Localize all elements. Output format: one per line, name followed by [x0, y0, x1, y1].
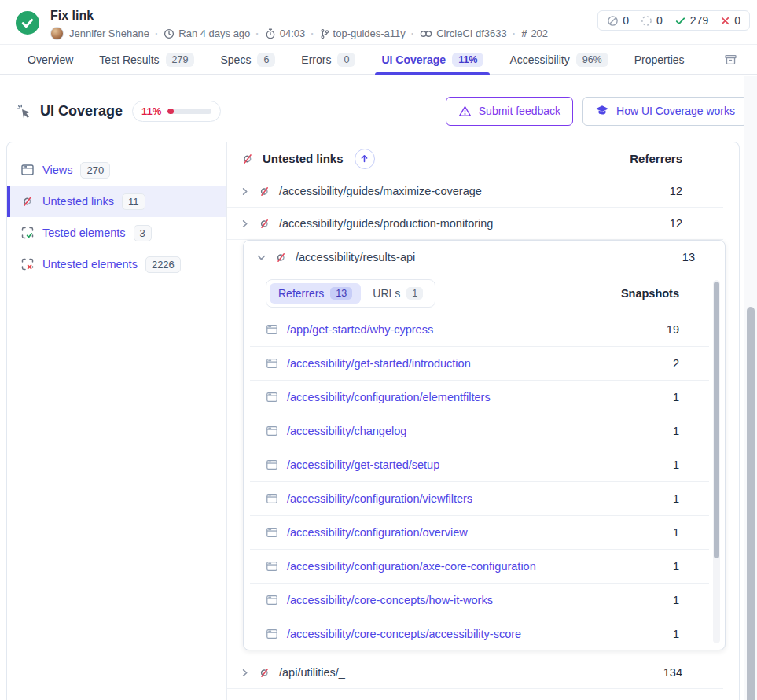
pending-count: 0	[641, 14, 663, 27]
warning-icon	[458, 105, 472, 118]
run-header: Fix link Jennifer Shehane · Ran 4 days a…	[0, 0, 757, 45]
how-ui-coverage-works-button[interactable]: How UI Coverage works	[582, 97, 748, 126]
tab-badge: 11%	[452, 53, 483, 67]
avatar	[50, 27, 64, 40]
list-header: Untested links Referrers	[227, 142, 723, 175]
failed-icon	[720, 16, 730, 26]
link-row[interactable]: /accessibility/guides/production-monitor…	[227, 208, 723, 240]
referrer-path: /accessibility/configuration/elementfilt…	[287, 391, 491, 403]
count-badge: 3	[134, 225, 152, 241]
referrer-row[interactable]: /accessibility/configuration/viewfilters…	[250, 482, 709, 516]
tab-overview[interactable]: Overview	[28, 45, 73, 74]
referrer-path: /accessibility/core-concepts/accessibili…	[287, 628, 521, 640]
snapshots-count: 1	[673, 594, 679, 606]
tab-test-results[interactable]: Test Results279	[99, 45, 194, 74]
stopwatch-icon	[265, 28, 276, 39]
hash-icon: #	[521, 28, 527, 39]
referrers-count: 134	[663, 666, 682, 679]
browser-window-icon	[266, 357, 278, 370]
run-passed-icon	[16, 11, 39, 35]
ci-link-icon	[420, 29, 432, 39]
tab-badge: 279	[166, 53, 195, 67]
tab-referrers[interactable]: Referrers 13	[270, 283, 361, 304]
sidebar-item-tested-elements[interactable]: Tested elements 3	[7, 217, 226, 249]
tab-properties[interactable]: Properties	[634, 45, 685, 74]
chevron-right-icon	[240, 668, 250, 678]
referrer-row[interactable]: /accessibility/core-concepts/accessibili…	[250, 617, 709, 650]
referrer-row[interactable]: /accessibility/get-started/setup 1	[250, 448, 709, 482]
run-tab-bar: Overview Test Results279 Specs6 Errors0 …	[0, 45, 757, 75]
browser-window-icon	[266, 425, 278, 437]
referrer-row[interactable]: /accessibility/core-concepts/how-it-work…	[250, 584, 709, 617]
run-branch: top-guides-a11y	[320, 28, 406, 39]
git-branch-icon	[320, 28, 329, 39]
referrer-row[interactable]: /accessibility/get-started/introduction …	[250, 347, 709, 381]
count-badge: 2226	[145, 256, 181, 273]
run-build: # 202	[521, 28, 548, 39]
page-scrollbar	[744, 76, 757, 700]
link-row[interactable]: /api/utilities/_ 134	[227, 657, 723, 689]
tab-badge: 13	[330, 287, 352, 300]
coverage-score-badge: 11%	[132, 101, 221, 122]
sort-ascending-button[interactable]	[355, 149, 375, 169]
sidebar-item-untested-elements[interactable]: Untested elements 2226	[7, 249, 226, 280]
skipped-icon	[607, 15, 619, 27]
chevron-right-icon	[240, 186, 250, 197]
browser-window-icon	[266, 391, 278, 403]
failed-count: 0	[720, 14, 740, 27]
referrer-path: /accessibility/changelog	[287, 425, 406, 437]
broken-link-icon	[20, 194, 35, 208]
tab-urls[interactable]: URLs 1	[364, 283, 432, 304]
submit-feedback-button[interactable]: Submit feedback	[446, 97, 573, 126]
graduation-cap-icon	[595, 105, 609, 117]
browser-window-icon	[266, 594, 278, 606]
tab-ui-coverage[interactable]: UI Coverage11%	[381, 45, 483, 74]
referrer-path: /accessibility/configuration/viewfilters	[287, 492, 472, 505]
expanded-card-header: Referrers 13 URLs 1 Snapshots	[244, 274, 725, 313]
expanded-link-card: /accessibility/results-api 13 Referrers …	[243, 240, 726, 650]
referrers-count: 13	[682, 251, 695, 263]
count-badge: 11	[122, 193, 145, 210]
scrollbar-thumb[interactable]	[714, 282, 719, 558]
run-author: Jennifer Shehane	[69, 28, 149, 39]
archive-button[interactable]	[723, 45, 738, 74]
link-path: /accessibility/guides/production-monitor…	[279, 217, 493, 230]
passed-icon	[674, 15, 686, 27]
coverage-score: 11%	[141, 105, 161, 117]
referrer-path: /accessibility/get-started/introduction	[287, 357, 471, 370]
tab-badge: 96%	[576, 53, 608, 67]
referrer-row[interactable]: /accessibility/configuration/elementfilt…	[250, 381, 709, 414]
referrer-row[interactable]: /accessibility/configuration/axe-core-co…	[250, 550, 709, 584]
link-row[interactable]: /accessibility/guides/maximize-coverage …	[227, 175, 723, 208]
snapshots-count: 1	[673, 526, 679, 539]
referrer-row[interactable]: /app/get-started/why-cypress 19	[250, 313, 709, 347]
tab-accessibility[interactable]: Accessibility96%	[509, 45, 608, 74]
referrer-row[interactable]: /accessibility/configuration/overview 1	[250, 516, 709, 550]
referrer-path: /accessibility/configuration/overview	[287, 526, 468, 539]
untested-element-icon	[20, 257, 35, 271]
run-ci: CircleCI df3633	[420, 28, 507, 39]
link-path: /accessibility/results-api	[296, 251, 415, 263]
run-time: Ran 4 days ago	[164, 28, 250, 39]
scrollbar-thumb[interactable]	[747, 307, 755, 700]
snapshots-count: 1	[673, 492, 679, 505]
page-head: UI Coverage 11% Submit feedback How UI C…	[0, 85, 757, 137]
link-row-expanded[interactable]: /accessibility/results-api 13	[244, 241, 725, 274]
link-path: /accessibility/guides/maximize-coverage	[279, 185, 482, 197]
referrers-column-header: Referrers	[630, 152, 682, 165]
referrer-row[interactable]: /accessibility/changelog 1	[250, 414, 709, 448]
referrer-path: /accessibility/core-concepts/how-it-work…	[287, 594, 493, 606]
referrers-count: 12	[670, 185, 682, 197]
referrer-path: /accessibility/configuration/axe-core-co…	[287, 560, 536, 573]
tab-specs[interactable]: Specs6	[220, 45, 275, 74]
snapshots-count: 19	[667, 323, 679, 336]
sidebar-item-untested-links[interactable]: Untested links 11	[7, 186, 226, 217]
tested-element-icon	[20, 226, 35, 240]
untested-links-list: Untested links Referrers /accessibility/…	[227, 142, 739, 700]
sidebar-item-views[interactable]: Views 270	[7, 154, 226, 186]
run-meta: Jennifer Shehane · Ran 4 days ago · 04:0…	[50, 27, 548, 40]
snapshots-count: 2	[673, 357, 679, 370]
broken-link-icon	[241, 152, 255, 166]
ui-coverage-icon	[16, 103, 32, 120]
tab-errors[interactable]: Errors0	[301, 45, 355, 74]
